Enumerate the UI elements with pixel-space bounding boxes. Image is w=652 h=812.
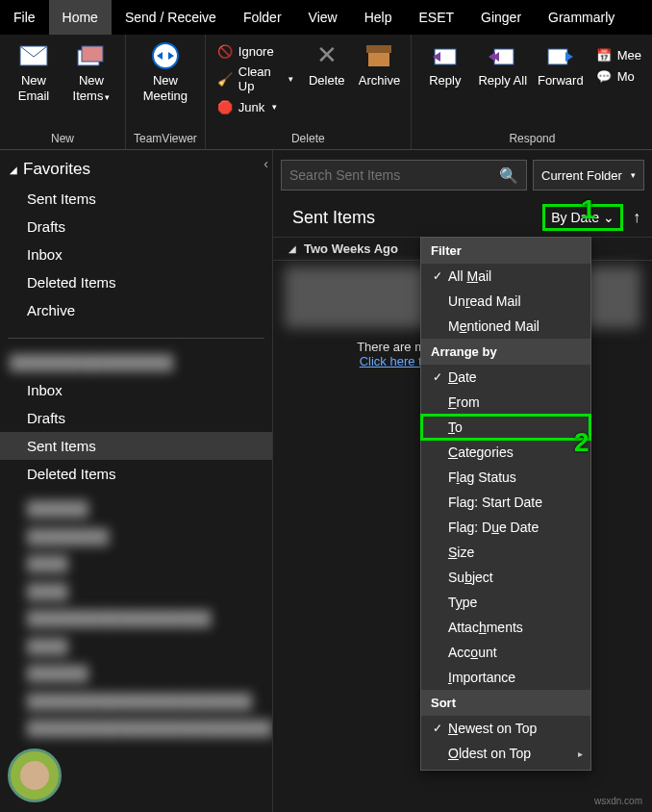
tab-folder[interactable]: Folder (230, 0, 295, 35)
arrange-item-11[interactable]: Account (421, 640, 590, 665)
folder-sent-items[interactable]: Sent Items (0, 432, 272, 460)
chevron-down-icon: ⌄ (603, 210, 614, 225)
arrange-item-4[interactable]: Flag Status (421, 465, 590, 490)
group-label-delete: Delete (291, 130, 325, 147)
chevron-down-icon: ◢ (288, 243, 296, 254)
tab-ginger[interactable]: Ginger (467, 0, 535, 35)
new-items-button[interactable]: New Items▾ (65, 38, 117, 103)
menu-tabs: FileHomeSend / ReceiveFolderViewHelpESET… (0, 0, 652, 35)
folder-list: InboxDraftsSent ItemsDeleted Items (0, 376, 272, 495)
delete-icon: ✕ (312, 40, 342, 71)
fav-drafts[interactable]: Drafts (0, 213, 272, 241)
more-icon: 💬 (596, 68, 612, 84)
fav-deleted-items[interactable]: Deleted Items (0, 268, 272, 296)
check-icon: ✓ (427, 370, 448, 384)
reply-button[interactable]: Reply (419, 38, 471, 89)
fav-inbox[interactable]: Inbox (0, 241, 272, 268)
arrange-item-12[interactable]: Importance (421, 665, 590, 690)
search-icon[interactable]: 🔍 (499, 166, 518, 185)
broom-icon: 🧹 (217, 71, 233, 87)
tab-send-receive[interactable]: Send / Receive (112, 0, 230, 35)
favorites-header[interactable]: ◢ Favorites (0, 150, 272, 185)
folder-drafts[interactable]: Drafts (0, 404, 272, 432)
arrange-item-2[interactable]: To (421, 415, 590, 440)
extra-folders: ████████████████████████████████████████… (0, 495, 272, 750)
arrange-item-10[interactable]: Attachments (421, 615, 590, 640)
teamviewer-icon (150, 40, 181, 71)
arrange-item-5[interactable]: Flag: Start Date (421, 490, 590, 515)
folder-pane: ‹ ◢ Favorites Sent ItemsDraftsInboxDelet… (0, 150, 273, 812)
cleanup-button[interactable]: 🧹Clean Up▾ (213, 63, 298, 94)
svg-rect-4 (366, 45, 391, 53)
archive-icon (364, 40, 394, 71)
tab-help[interactable]: Help (351, 0, 406, 35)
fav-archive[interactable]: Archive (0, 296, 272, 324)
search-box[interactable]: 🔍 (281, 160, 527, 190)
ignore-button[interactable]: 🚫Ignore (213, 42, 298, 60)
svg-rect-8 (548, 49, 567, 64)
watermark: wsxdn.com (594, 796, 642, 806)
reply-icon (430, 40, 461, 71)
arrange-item-0[interactable]: ✓Date (421, 365, 590, 390)
filter-item-0[interactable]: ✓All Mail (421, 264, 590, 289)
new-meeting-label: New Meeting (136, 73, 195, 103)
meeting-small-button[interactable]: 📅Mee (592, 46, 645, 63)
arrange-item-1[interactable]: From (421, 390, 590, 415)
svg-point-3 (153, 43, 178, 68)
ribbon-group-delete: 🚫Ignore 🧹Clean Up▾ 🛑Junk▾ ✕ Delete Archi… (206, 35, 412, 149)
arrange-item-9[interactable]: Type (421, 590, 590, 615)
ribbon: New Email New Items▾ New New Meeting Tea… (0, 35, 652, 150)
menu-header-filter: Filter (421, 238, 590, 264)
mail-stack-icon (76, 40, 107, 71)
arrange-item-6[interactable]: Flag: Due Date (421, 515, 590, 540)
new-email-button[interactable]: New Email (8, 38, 60, 103)
fav-sent-items[interactable]: Sent Items (0, 185, 272, 213)
filter-item-2[interactable]: Mentioned Mail (421, 314, 590, 339)
arrange-item-8[interactable]: Subject (421, 565, 590, 590)
chevron-down-icon: ◢ (10, 165, 17, 175)
collapse-handle-icon[interactable]: ‹ (263, 156, 268, 171)
tab-grammarly[interactable]: Grammarly (535, 0, 628, 35)
divider (8, 338, 264, 339)
ignore-icon: 🚫 (217, 43, 233, 59)
tab-view[interactable]: View (295, 0, 351, 35)
appuals-logo (8, 749, 62, 802)
reply-all-button[interactable]: Reply All (477, 38, 529, 89)
arrange-item-7[interactable]: Size (421, 540, 590, 565)
new-email-label: New Email (8, 73, 60, 103)
check-icon: ✓ (427, 722, 448, 735)
svg-rect-5 (368, 53, 389, 66)
folder-inbox[interactable]: Inbox (0, 376, 272, 404)
search-scope-button[interactable]: Current Folder▾ (533, 160, 644, 190)
more-respond-button[interactable]: 💬Mo (592, 67, 645, 85)
tab-eset[interactable]: ESET (405, 0, 467, 35)
search-input[interactable] (289, 167, 499, 183)
folder-title: Sent Items (292, 208, 375, 228)
folder-deleted-items[interactable]: Deleted Items (0, 460, 272, 488)
archive-button[interactable]: Archive (356, 38, 403, 89)
forward-icon (545, 40, 576, 71)
group-label-tv: TeamViewer (134, 130, 197, 147)
chevron-down-icon: ▾ (631, 170, 636, 180)
sort-item-0[interactable]: ✓Newest on Top (421, 716, 590, 741)
ribbon-group-teamviewer: New Meeting TeamViewer (126, 35, 206, 149)
reply-all-icon (488, 40, 518, 71)
tab-file[interactable]: File (0, 0, 49, 35)
arrange-item-3[interactable]: Categories (421, 440, 590, 465)
junk-icon: 🛑 (217, 99, 233, 114)
filter-item-1[interactable]: Unread Mail (421, 289, 590, 314)
forward-button[interactable]: Forward (535, 38, 587, 89)
favorites-list: Sent ItemsDraftsInboxDeleted ItemsArchiv… (0, 185, 272, 332)
callout-2: 2 (574, 427, 589, 458)
sort-item-1[interactable]: Oldest on Top▸ (421, 741, 590, 766)
check-icon: ✓ (427, 269, 448, 283)
sort-direction-button[interactable]: ↑ (633, 209, 640, 226)
menu-header-sort: Sort (421, 690, 590, 716)
junk-button[interactable]: 🛑Junk▾ (213, 98, 298, 115)
new-items-label: New Items▾ (65, 73, 117, 103)
tab-home[interactable]: Home (49, 0, 112, 35)
account-header[interactable]: ████████████████ (0, 344, 272, 376)
new-meeting-button[interactable]: New Meeting (136, 38, 195, 103)
delete-button[interactable]: ✕ Delete (303, 38, 350, 89)
group-label-respond: Respond (509, 130, 555, 147)
